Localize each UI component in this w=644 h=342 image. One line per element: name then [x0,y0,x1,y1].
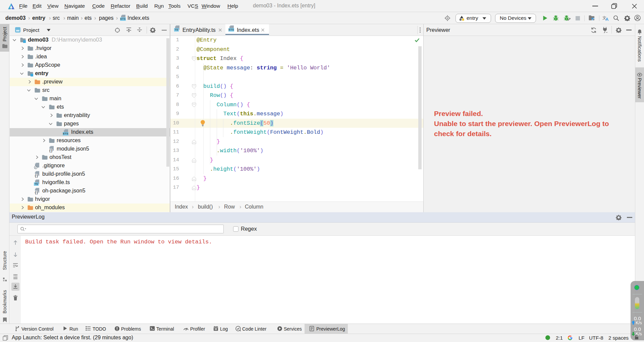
svg-text:A: A [605,17,609,21]
svg-text:{}: {} [35,174,39,178]
svg-text:{}: {} [49,149,53,153]
svg-text:{}: {} [35,190,39,194]
